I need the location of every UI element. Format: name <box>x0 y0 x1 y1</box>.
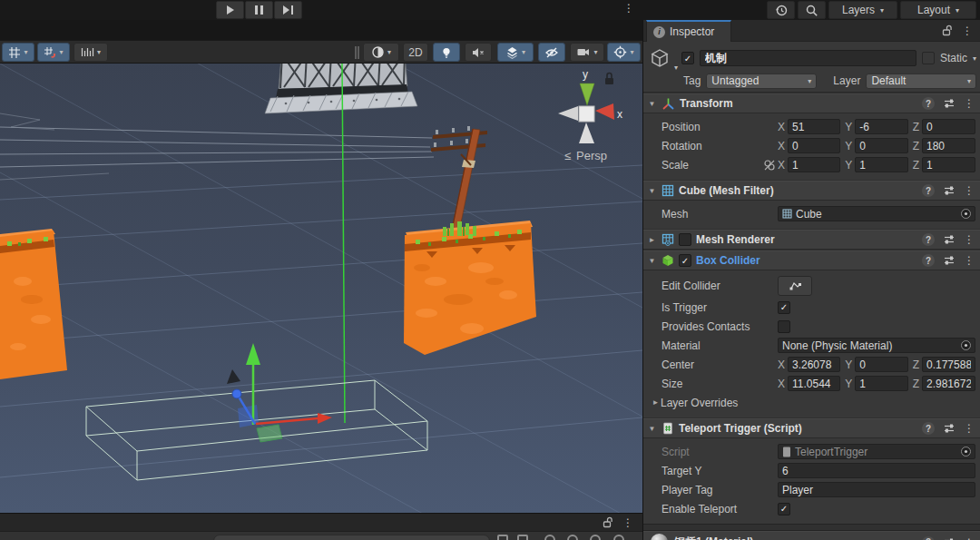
unlock-icon[interactable] <box>942 25 953 36</box>
script-object-field[interactable]: TeleportTrigger <box>778 444 975 459</box>
snap-grid-toggle[interactable]: ▾ <box>37 43 70 62</box>
scene-panel-menu-icon[interactable]: ⋮ <box>623 3 634 14</box>
size-x-field[interactable] <box>788 376 840 391</box>
preset-icon[interactable] <box>943 233 956 246</box>
scene-visibility-toggle[interactable] <box>538 43 565 62</box>
gizmo-cone-y[interactable] <box>580 83 594 105</box>
enable-teleport-checkbox[interactable]: ✓ <box>778 503 790 515</box>
gameobject-icon[interactable]: ▾ <box>649 47 676 69</box>
object-picker-icon[interactable] <box>960 446 972 457</box>
bottom-search-input[interactable] <box>213 535 490 540</box>
tool-handle-toggle[interactable]: ▾ <box>2 43 34 62</box>
is-trigger-checkbox[interactable]: ✓ <box>778 301 790 314</box>
material-preview-header[interactable]: 钢桥1 (Material) ? ⋮ <box>643 531 980 540</box>
foldout-icon[interactable]: ▼ <box>647 187 657 195</box>
center-y-field[interactable] <box>855 357 907 372</box>
tab-inspector[interactable]: i Inspector <box>646 20 731 42</box>
mesh-renderer-header[interactable]: ► Mesh Renderer ? ⋮ <box>643 230 980 250</box>
scene-audio-toggle[interactable] <box>465 43 492 62</box>
size-z-field[interactable] <box>922 376 975 391</box>
preset-icon[interactable] <box>943 254 956 267</box>
gameobject-name-field[interactable] <box>700 50 916 66</box>
center-x-field[interactable] <box>788 357 840 372</box>
mesh-object-field[interactable]: Cube <box>778 206 975 221</box>
lock-icon[interactable] <box>605 74 613 85</box>
persp-label[interactable]: Persp <box>576 149 607 162</box>
gizmo-center-cube[interactable] <box>579 106 594 122</box>
layer-dropdown[interactable]: Default ▾ <box>866 74 976 89</box>
panel-menu-icon[interactable]: ⋮ <box>622 517 633 528</box>
snap-increment-button[interactable]: ▾ <box>74 43 108 62</box>
foldout-icon[interactable]: ▼ <box>647 425 657 433</box>
player-tag-field[interactable] <box>778 482 975 497</box>
mesh-renderer-enabled-checkbox[interactable] <box>679 233 691 246</box>
scene-camera-dropdown[interactable]: ▾ <box>570 43 604 62</box>
panel-icon[interactable] <box>544 535 555 540</box>
preset-icon[interactable] <box>943 536 956 540</box>
gizmo-cone-x[interactable] <box>595 103 614 120</box>
static-flags-caret[interactable]: ▾ <box>973 54 976 63</box>
preset-icon[interactable] <box>943 184 956 197</box>
transform-header[interactable]: ▼ Transform ? ⋮ <box>643 93 980 113</box>
center-z-field[interactable] <box>922 357 975 372</box>
component-menu-icon[interactable]: ⋮ <box>964 255 975 266</box>
help-icon[interactable]: ? <box>922 184 935 197</box>
link-constrain-icon[interactable] <box>763 159 776 172</box>
undo-history-button[interactable] <box>767 1 795 19</box>
scale-y-field[interactable] <box>855 157 907 172</box>
position-x-field[interactable] <box>788 119 840 134</box>
inspector-menu-icon[interactable]: ⋮ <box>962 25 973 36</box>
panel-icon[interactable] <box>590 535 601 540</box>
help-icon[interactable]: ? <box>922 97 935 110</box>
tag-dropdown[interactable]: Untagged ▾ <box>706 74 817 89</box>
step-button[interactable] <box>274 1 302 19</box>
component-menu-icon[interactable]: ⋮ <box>964 185 975 196</box>
preset-icon[interactable] <box>943 97 956 110</box>
component-menu-icon[interactable]: ⋮ <box>964 98 975 109</box>
pause-button[interactable] <box>245 1 273 19</box>
position-y-field[interactable] <box>855 119 907 134</box>
scale-x-field[interactable] <box>788 157 840 172</box>
active-checkbox[interactable]: ✓ <box>681 52 694 64</box>
panel-icon[interactable] <box>613 535 624 540</box>
help-icon[interactable]: ? <box>922 254 935 267</box>
foldout-icon[interactable]: ► <box>647 236 657 244</box>
scene-lighting-toggle[interactable] <box>433 43 460 62</box>
preset-icon[interactable] <box>943 422 956 435</box>
foldout-icon[interactable]: ▼ <box>647 100 657 108</box>
size-y-field[interactable] <box>855 376 907 391</box>
mesh-filter-header[interactable]: ▼ Cube (Mesh Filter) ? ⋮ <box>643 181 980 201</box>
gizmos-dropdown[interactable]: ▾ <box>607 43 641 62</box>
object-picker-icon[interactable] <box>960 339 972 351</box>
panel-icon[interactable] <box>497 535 508 540</box>
physic-material-field[interactable]: None (Physic Material) <box>778 338 975 353</box>
foldout-icon[interactable]: ► <box>651 398 661 407</box>
view-orientation-gizmo[interactable]: y x ≤ Persp <box>558 68 622 162</box>
rotation-y-field[interactable] <box>855 138 907 153</box>
teleport-trigger-header[interactable]: ▼ Teleport Trigger (Script) ? ⋮ <box>643 418 980 438</box>
layer-overrides-row[interactable]: ► Layer Overrides <box>643 393 980 412</box>
static-checkbox[interactable] <box>922 52 935 64</box>
gizmo-cone-left[interactable] <box>558 106 578 121</box>
rotation-z-field[interactable] <box>922 138 975 153</box>
component-menu-icon[interactable]: ⋮ <box>964 537 975 540</box>
edit-collider-button[interactable] <box>778 276 812 296</box>
shading-mode-dropdown[interactable]: ▾ <box>363 43 399 62</box>
panel-icon[interactable] <box>567 535 578 540</box>
toolbar-drag-handle[interactable] <box>355 46 359 59</box>
2d-toggle[interactable]: 2D <box>403 43 428 62</box>
foldout-icon[interactable]: ▼ <box>647 257 657 265</box>
box-collider-enabled-checkbox[interactable]: ✓ <box>679 254 691 267</box>
object-picker-icon[interactable] <box>960 208 972 220</box>
box-collider-header[interactable]: ▼ ✓ Box Collider ? ⋮ <box>643 250 980 270</box>
target-y-field[interactable] <box>778 463 975 478</box>
provides-contacts-checkbox[interactable] <box>778 320 790 333</box>
layers-dropdown[interactable]: Layers ▾ <box>828 1 897 19</box>
gizmo-plane-y[interactable] <box>257 425 282 442</box>
search-button[interactable] <box>798 1 826 19</box>
gizmo-cone-bottom[interactable] <box>579 123 594 143</box>
component-menu-icon[interactable]: ⋮ <box>964 423 975 434</box>
rotation-x-field[interactable] <box>788 138 840 153</box>
position-z-field[interactable] <box>922 119 975 134</box>
panel-icon[interactable] <box>517 535 528 540</box>
